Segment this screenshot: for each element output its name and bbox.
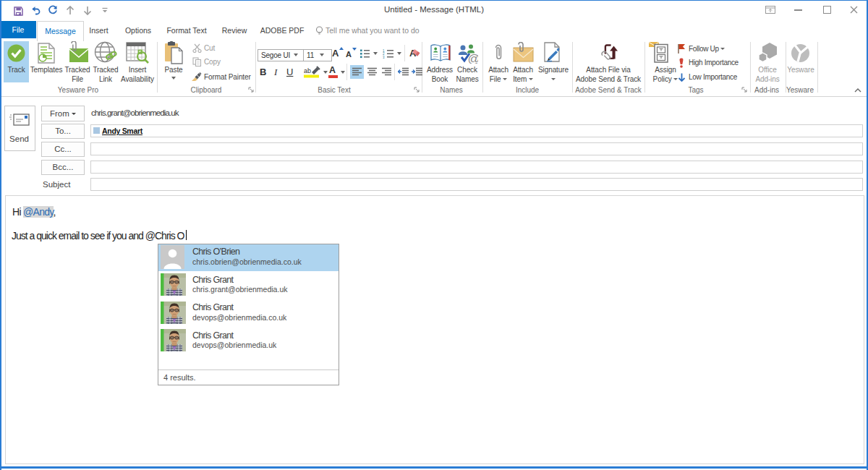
svg-text:ab: ab: [304, 67, 311, 74]
svg-text:3: 3: [383, 56, 385, 59]
svg-text:@: @: [468, 52, 479, 64]
